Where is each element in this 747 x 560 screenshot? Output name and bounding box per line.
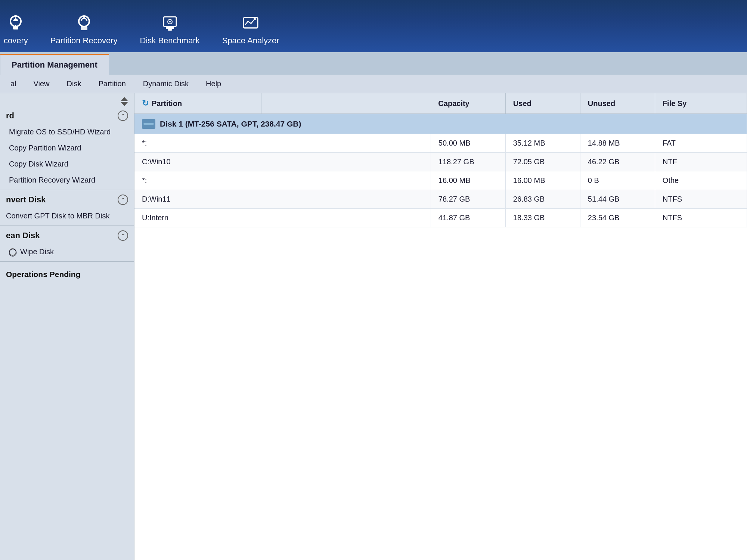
sidebar-item-partition-recovery-wizard[interactable]: Partition Recovery Wizard [0, 172, 134, 188]
partition-row-4[interactable]: U:Intern 41.87 GB 18.33 GB 23.54 GB NTFS [134, 209, 747, 227]
partition-fs-0: FAT [655, 134, 747, 153]
wizard-section-collapse[interactable]: ⌃ [118, 111, 128, 121]
partition-used-0: 35.12 MB [505, 134, 580, 153]
partition-name-2: *: [134, 171, 431, 190]
partition-fs-4: NTFS [655, 209, 747, 227]
wipe-disk-label: Wipe Disk [20, 248, 54, 256]
migrate-os-label: Migrate OS to SSD/HD Wizard [9, 128, 111, 136]
wipe-disk-icon: ◯ [9, 248, 16, 256]
wizard-section-header[interactable]: rd ⌃ [0, 108, 134, 124]
toolbar: covery Partition Recovery Disk Benchmark [0, 0, 747, 52]
col-partition-label: Partition [152, 99, 182, 108]
menu-bar: al View Disk Partition Dynamic Disk Help [0, 75, 747, 93]
sidebar-item-convert-gpt-mbr[interactable]: Convert GPT Disk to MBR Disk [0, 208, 134, 224]
partition-capacity-2: 16.00 MB [431, 171, 505, 190]
partition-row-1[interactable]: C:Win10 118.27 GB 72.05 GB 46.22 GB NTF [134, 153, 747, 171]
convert-disk-title: nvert Disk [6, 195, 46, 205]
partition-capacity-3: 78.27 GB [431, 190, 505, 209]
partition-fs-3: NTFS [655, 190, 747, 209]
recovery-icon [5, 12, 26, 33]
divider-1 [0, 190, 134, 190]
partition-fs-2: Othe [655, 171, 747, 190]
tab-partition-management[interactable]: Partition Management [0, 54, 109, 75]
partition-unused-2: 0 B [580, 171, 655, 190]
partition-row-2[interactable]: *: 16.00 MB 16.00 MB 0 B Othe [134, 171, 747, 190]
partition-unused-0: 14.88 MB [580, 134, 655, 153]
sidebar-item-migrate-os[interactable]: Migrate OS to SSD/HD Wizard [0, 124, 134, 140]
disk-name: Disk 1 (MT-256 SATA, GPT, 238.47 GB) [160, 119, 301, 128]
partition-name-4: U:Intern [134, 209, 431, 227]
scroll-up-arrow[interactable] [121, 97, 128, 101]
menu-item-al[interactable]: al [7, 78, 19, 90]
partition-name-0: *: [134, 134, 431, 153]
partition-row-0[interactable]: *: 50.00 MB 35.12 MB 14.88 MB FAT [134, 134, 747, 153]
sidebar: rd ⌃ Migrate OS to SSD/HD Wizard Copy Pa… [0, 93, 134, 560]
toolbar-item-disk-benchmark[interactable]: Disk Benchmark [129, 9, 211, 49]
partition-used-1: 72.05 GB [505, 153, 580, 171]
toolbar-item-recovery[interactable]: covery [0, 9, 39, 49]
copy-disk-label: Copy Disk Wizard [9, 160, 68, 168]
table-header-row: ↻ Partition Capacity Used Unused File Sy [134, 93, 747, 114]
partition-unused-3: 51.44 GB [580, 190, 655, 209]
partition-capacity-4: 41.87 GB [431, 209, 505, 227]
partition-recovery-wizard-label: Partition Recovery Wizard [9, 176, 95, 184]
partition-recovery-icon [74, 12, 94, 33]
ops-pending-label: Operations Pending [6, 270, 81, 279]
toolbar-label-partition-recovery: Partition Recovery [50, 36, 118, 46]
partition-name-1: C:Win10 [134, 153, 431, 171]
operations-pending: Operations Pending [0, 265, 134, 283]
menu-item-view[interactable]: View [31, 78, 53, 90]
partition-fs-1: NTF [655, 153, 747, 171]
col-filesystem: File Sy [655, 93, 747, 114]
disk-benchmark-icon [159, 12, 180, 33]
svg-rect-4 [81, 27, 87, 30]
partition-name-3: D:Win11 [134, 190, 431, 209]
col-partition: ↻ Partition [134, 93, 261, 113]
partition-row-3[interactable]: D:Win11 78.27 GB 26.83 GB 51.44 GB NTFS [134, 190, 747, 209]
divider-2 [0, 225, 134, 226]
sidebar-scroll-top [0, 97, 134, 106]
convert-disk-collapse[interactable]: ⌃ [118, 195, 128, 205]
right-panel: ↻ Partition Capacity Used Unused File Sy [134, 93, 747, 560]
partition-used-2: 16.00 MB [505, 171, 580, 190]
tab-bar: Partition Management [0, 52, 747, 75]
col-unused: Unused [580, 93, 655, 114]
tab-label: Partition Management [12, 60, 97, 70]
toolbar-item-partition-recovery[interactable]: Partition Recovery [39, 9, 129, 49]
main-content: rd ⌃ Migrate OS to SSD/HD Wizard Copy Pa… [0, 93, 747, 560]
disk-row-label: Disk 1 (MT-256 SATA, GPT, 238.47 GB) [134, 114, 747, 134]
disk-row-1[interactable]: Disk 1 (MT-256 SATA, GPT, 238.47 GB) [134, 114, 747, 134]
svg-point-9 [169, 21, 171, 22]
convert-disk-section: nvert Disk ⌃ Convert GPT Disk to MBR Dis… [0, 192, 134, 224]
svg-point-11 [254, 18, 256, 20]
wizard-section: rd ⌃ Migrate OS to SSD/HD Wizard Copy Pa… [0, 108, 134, 188]
convert-gpt-mbr-label: Convert GPT Disk to MBR Disk [6, 212, 109, 220]
col-used: Used [505, 93, 580, 114]
wizard-section-label: rd [6, 111, 14, 121]
scroll-down-arrow[interactable] [121, 102, 128, 106]
toolbar-label-disk-benchmark: Disk Benchmark [140, 36, 200, 46]
clean-disk-header[interactable]: ean Disk ⌃ [0, 227, 134, 244]
partition-unused-1: 46.22 GB [580, 153, 655, 171]
svg-rect-1 [13, 27, 18, 29]
menu-item-help[interactable]: Help [203, 78, 224, 90]
space-analyzer-icon [240, 12, 261, 33]
sidebar-item-copy-disk[interactable]: Copy Disk Wizard [0, 156, 134, 172]
sidebar-item-wipe-disk[interactable]: ◯ Wipe Disk [0, 244, 134, 260]
svg-rect-12 [244, 27, 258, 28]
clean-disk-section: ean Disk ⌃ ◯ Wipe Disk [0, 227, 134, 260]
toolbar-item-space-analyzer[interactable]: Space Analyzer [211, 9, 291, 49]
toolbar-label-space-analyzer: Space Analyzer [222, 36, 279, 46]
clean-disk-collapse[interactable]: ⌃ [118, 230, 128, 241]
sidebar-item-copy-partition[interactable]: Copy Partition Wizard [0, 140, 134, 156]
copy-partition-label: Copy Partition Wizard [9, 144, 81, 152]
partition-table: ↻ Partition Capacity Used Unused File Sy [134, 93, 747, 227]
col-capacity: Capacity [431, 93, 505, 114]
refresh-icon[interactable]: ↻ [142, 99, 149, 108]
partition-capacity-1: 118.27 GB [431, 153, 505, 171]
menu-item-disk[interactable]: Disk [64, 78, 84, 90]
convert-disk-header[interactable]: nvert Disk ⌃ [0, 192, 134, 208]
menu-item-partition[interactable]: Partition [95, 78, 128, 90]
menu-item-dynamic-disk[interactable]: Dynamic Disk [140, 78, 192, 90]
convert-disk-title-text: nvert Disk [6, 195, 46, 204]
